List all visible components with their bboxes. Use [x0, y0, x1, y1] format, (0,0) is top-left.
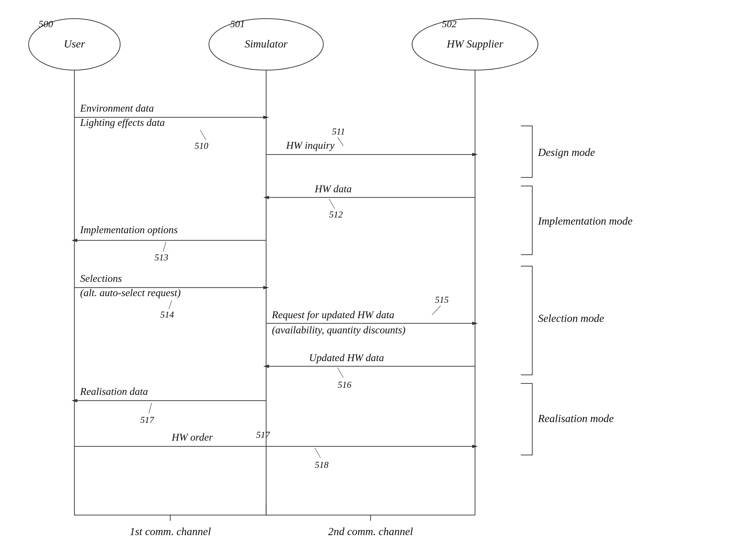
- svg-text:(alt. auto-select request): (alt. auto-select request): [80, 287, 181, 298]
- svg-line-53: [149, 403, 152, 413]
- svg-marker-29: [72, 239, 77, 242]
- svg-text:HW order: HW order: [171, 432, 213, 443]
- svg-text:511: 511: [332, 126, 345, 136]
- svg-text:Lighting effects data: Lighting effects data: [80, 117, 165, 128]
- svg-text:Implementation mode: Implementation mode: [538, 215, 632, 227]
- svg-text:518: 518: [315, 460, 329, 470]
- svg-text:HW Supplier: HW Supplier: [446, 38, 503, 50]
- svg-text:510: 510: [195, 141, 208, 151]
- svg-marker-24: [263, 196, 269, 199]
- svg-marker-46: [263, 365, 269, 368]
- svg-text:User: User: [64, 38, 85, 50]
- svg-text:502: 502: [442, 19, 457, 29]
- svg-text:517: 517: [140, 415, 155, 425]
- svg-marker-40: [472, 322, 478, 325]
- svg-text:Request for updated HW data: Request for updated HW data: [272, 309, 394, 320]
- svg-marker-13: [263, 116, 269, 119]
- diagram-svg: User 500 Simulator 501 HW Supplier 502 E…: [0, 0, 732, 560]
- svg-line-31: [163, 242, 166, 252]
- diagram: User 500 Simulator 501 HW Supplier 502 E…: [0, 0, 732, 560]
- svg-text:2nd comm. channel: 2nd comm. channel: [328, 525, 413, 537]
- svg-text:517: 517: [256, 430, 270, 440]
- svg-line-43: [432, 306, 441, 315]
- svg-text:500: 500: [39, 19, 53, 29]
- svg-line-21: [338, 137, 343, 146]
- svg-text:Design mode: Design mode: [538, 146, 595, 158]
- svg-point-6: [412, 19, 538, 70]
- svg-point-3: [209, 19, 323, 70]
- svg-text:Environment data: Environment data: [80, 102, 154, 114]
- svg-text:Updated HW data: Updated HW data: [309, 352, 384, 363]
- svg-text:1st comm. channel: 1st comm. channel: [130, 525, 211, 537]
- svg-text:501: 501: [230, 19, 245, 29]
- svg-point-0: [29, 19, 120, 70]
- svg-text:516: 516: [338, 379, 351, 390]
- svg-line-48: [338, 368, 343, 378]
- svg-text:Realisation data: Realisation data: [80, 386, 148, 397]
- svg-line-37: [169, 300, 172, 309]
- svg-text:Selections: Selections: [80, 273, 122, 284]
- svg-marker-19: [472, 153, 478, 156]
- svg-text:513: 513: [155, 252, 168, 262]
- svg-text:(availability, quantity discou: (availability, quantity discounts): [272, 324, 405, 336]
- svg-text:Simulator: Simulator: [245, 38, 288, 50]
- svg-marker-51: [72, 399, 77, 402]
- svg-text:515: 515: [435, 294, 449, 305]
- svg-text:HW inquiry: HW inquiry: [286, 140, 335, 151]
- svg-text:512: 512: [329, 209, 343, 219]
- svg-text:514: 514: [160, 309, 174, 320]
- svg-marker-34: [263, 286, 269, 289]
- svg-line-26: [329, 199, 335, 209]
- svg-text:Realisation mode: Realisation mode: [538, 412, 614, 424]
- svg-line-59: [315, 448, 321, 458]
- svg-text:Selection mode: Selection mode: [538, 312, 604, 324]
- svg-marker-56: [472, 445, 478, 448]
- svg-text:Implementation options: Implementation options: [80, 224, 178, 236]
- svg-text:HW data: HW data: [314, 183, 352, 195]
- svg-line-16: [200, 130, 206, 140]
